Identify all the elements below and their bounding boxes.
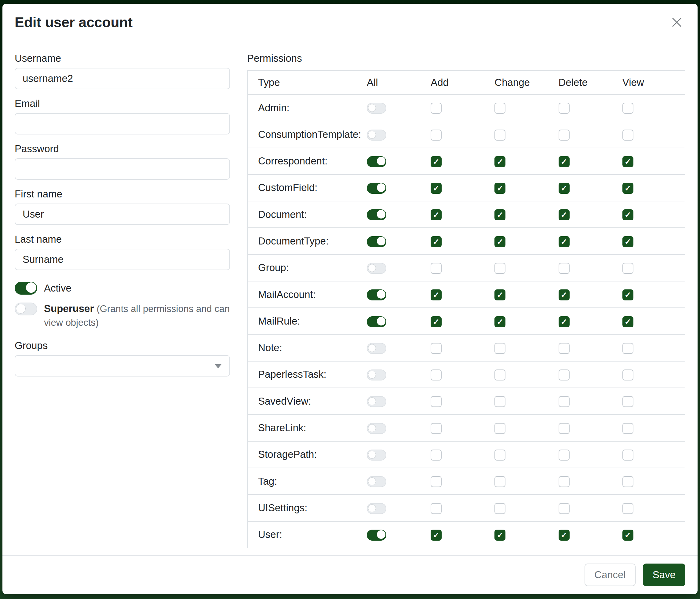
permission-add-checkbox[interactable]: [431, 156, 442, 167]
permission-view-checkbox[interactable]: [622, 476, 633, 487]
email-input[interactable]: [15, 113, 230, 135]
permission-delete-checkbox[interactable]: [558, 263, 570, 274]
permission-delete-checkbox[interactable]: [558, 530, 570, 541]
permission-delete-checkbox[interactable]: [558, 129, 570, 141]
permission-change-checkbox[interactable]: [495, 423, 505, 434]
permission-delete-checkbox[interactable]: [558, 316, 570, 327]
permission-change-checkbox[interactable]: [495, 263, 505, 274]
permission-change-checkbox[interactable]: [495, 183, 505, 194]
permission-delete-checkbox[interactable]: [558, 289, 570, 301]
permission-delete-cell: [557, 308, 621, 334]
permission-add-checkbox[interactable]: [431, 343, 442, 354]
permission-add-checkbox[interactable]: [431, 476, 442, 487]
permission-all-toggle[interactable]: [367, 103, 386, 114]
permission-add-checkbox[interactable]: [431, 289, 442, 301]
permission-change-checkbox[interactable]: [495, 530, 505, 541]
permission-delete-checkbox[interactable]: [558, 450, 570, 460]
permission-add-checkbox[interactable]: [431, 396, 442, 407]
permission-add-checkbox[interactable]: [431, 103, 442, 114]
permission-add-checkbox[interactable]: [431, 129, 442, 141]
permission-all-toggle[interactable]: [367, 476, 386, 487]
permission-change-cell: [493, 388, 557, 414]
permission-add-checkbox[interactable]: [431, 316, 442, 327]
permission-all-toggle[interactable]: [367, 423, 386, 434]
permission-all-toggle[interactable]: [367, 263, 386, 274]
permission-add-checkbox[interactable]: [431, 503, 442, 514]
username-input[interactable]: [15, 68, 230, 89]
permission-change-checkbox[interactable]: [495, 316, 505, 327]
permission-change-checkbox[interactable]: [495, 396, 505, 407]
permission-view-checkbox[interactable]: [622, 263, 633, 274]
first-name-input[interactable]: [15, 203, 230, 225]
permission-all-toggle[interactable]: [367, 236, 386, 247]
permission-view-checkbox[interactable]: [622, 530, 633, 541]
permission-all-toggle[interactable]: [367, 343, 386, 354]
permission-add-checkbox[interactable]: [431, 183, 442, 194]
permission-delete-checkbox[interactable]: [558, 369, 570, 381]
permission-change-checkbox[interactable]: [495, 156, 505, 167]
permission-view-cell: [621, 361, 685, 388]
permission-view-checkbox[interactable]: [622, 343, 633, 354]
password-input[interactable]: [15, 158, 230, 180]
permission-all-toggle[interactable]: [367, 156, 386, 167]
last-name-field-group: Last name: [15, 234, 230, 270]
permission-add-checkbox[interactable]: [431, 369, 442, 381]
permission-all-toggle[interactable]: [367, 183, 386, 194]
permission-add-checkbox[interactable]: [431, 450, 442, 460]
permission-change-checkbox[interactable]: [495, 369, 505, 381]
permission-add-checkbox[interactable]: [431, 263, 442, 274]
permission-view-checkbox[interactable]: [622, 423, 633, 434]
permission-change-checkbox[interactable]: [495, 289, 505, 301]
permission-all-toggle[interactable]: [367, 289, 386, 301]
permission-view-checkbox[interactable]: [622, 450, 633, 460]
permission-change-checkbox[interactable]: [495, 476, 505, 487]
permission-all-toggle[interactable]: [367, 209, 386, 220]
cancel-button[interactable]: Cancel: [584, 564, 635, 586]
permission-view-checkbox[interactable]: [622, 396, 633, 407]
permission-view-checkbox[interactable]: [622, 316, 633, 327]
permission-view-checkbox[interactable]: [622, 289, 633, 301]
permission-add-checkbox[interactable]: [431, 209, 442, 220]
permission-view-checkbox[interactable]: [622, 503, 633, 514]
permission-delete-checkbox[interactable]: [558, 423, 570, 434]
permission-view-checkbox[interactable]: [622, 369, 633, 381]
permission-view-checkbox[interactable]: [622, 129, 633, 141]
permission-delete-checkbox[interactable]: [558, 236, 570, 247]
permission-view-checkbox[interactable]: [622, 209, 633, 220]
permission-view-checkbox[interactable]: [622, 183, 633, 194]
permission-add-checkbox[interactable]: [431, 236, 442, 247]
permission-delete-checkbox[interactable]: [558, 209, 570, 220]
permission-change-checkbox[interactable]: [495, 343, 505, 354]
close-button[interactable]: [670, 15, 684, 30]
permission-delete-checkbox[interactable]: [558, 396, 570, 407]
permission-view-checkbox[interactable]: [622, 156, 633, 167]
permission-all-toggle[interactable]: [367, 503, 386, 514]
permission-change-checkbox[interactable]: [495, 503, 505, 514]
permission-all-toggle[interactable]: [367, 129, 386, 141]
permission-delete-checkbox[interactable]: [558, 183, 570, 194]
permission-all-toggle[interactable]: [367, 369, 386, 381]
permission-add-checkbox[interactable]: [431, 423, 442, 434]
permission-view-checkbox[interactable]: [622, 236, 633, 247]
permission-change-checkbox[interactable]: [495, 103, 505, 114]
permission-delete-checkbox[interactable]: [558, 476, 570, 487]
permission-change-checkbox[interactable]: [495, 129, 505, 141]
active-toggle[interactable]: [15, 282, 37, 295]
superuser-toggle[interactable]: [15, 303, 37, 315]
permission-change-checkbox[interactable]: [495, 236, 505, 247]
last-name-input[interactable]: [15, 249, 230, 270]
permission-delete-checkbox[interactable]: [558, 503, 570, 514]
permission-all-toggle[interactable]: [367, 316, 386, 327]
permission-add-checkbox[interactable]: [431, 530, 442, 541]
permission-change-checkbox[interactable]: [495, 209, 505, 220]
permission-all-toggle[interactable]: [367, 530, 386, 541]
permission-change-checkbox[interactable]: [495, 450, 505, 460]
permission-view-checkbox[interactable]: [622, 103, 633, 114]
groups-select[interactable]: [15, 355, 230, 377]
permission-delete-checkbox[interactable]: [558, 156, 570, 167]
permission-delete-checkbox[interactable]: [558, 343, 570, 354]
permission-delete-checkbox[interactable]: [558, 103, 570, 114]
permission-all-toggle[interactable]: [367, 450, 386, 460]
save-button[interactable]: Save: [643, 564, 685, 586]
permission-all-toggle[interactable]: [367, 396, 386, 407]
